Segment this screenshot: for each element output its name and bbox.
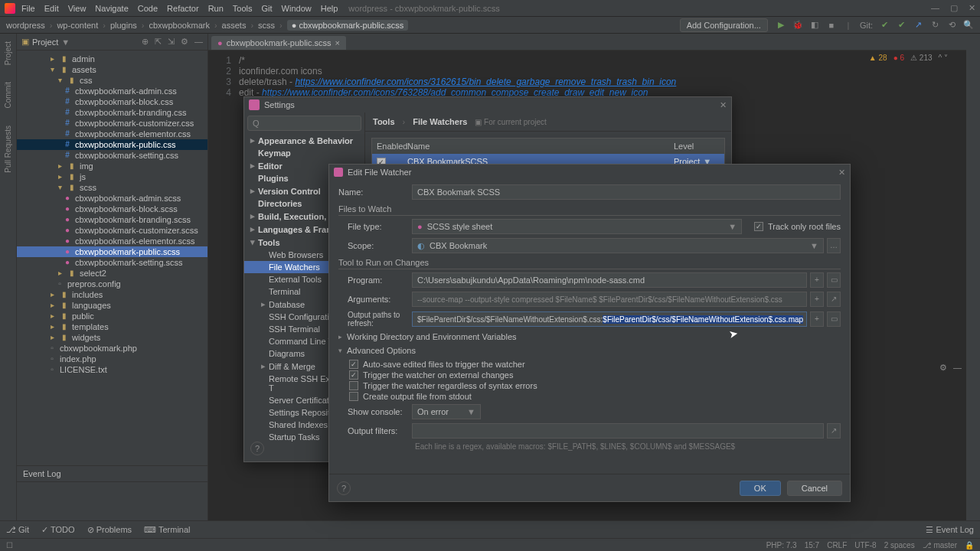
track-root-checkbox[interactable]: Track only root files (754, 222, 841, 231)
minimize-icon[interactable]: — (931, 3, 939, 13)
insert-macro-icon[interactable]: + (810, 311, 824, 327)
git-update-icon[interactable]: ↗ (913, 20, 923, 30)
debug-icon[interactable]: 🐞 (792, 20, 803, 30)
output-paths-input[interactable]: $FileParentDir$/css/$FileNameWithoutExte… (412, 311, 807, 327)
tree-folder[interactable]: ▸▮img (17, 161, 207, 171)
commit-tool-tab[interactable]: Commit (4, 79, 12, 111)
collapse-icon[interactable]: ⇲ (168, 37, 175, 47)
problems-tab[interactable]: ⊘ Problems (87, 525, 132, 535)
gear-icon[interactable]: ⚙ (939, 363, 947, 373)
add-configuration-button[interactable]: Add Configuration... (680, 18, 768, 32)
tree-file[interactable]: ▫prepros.config (17, 279, 207, 289)
menu-help[interactable]: Help (321, 4, 338, 13)
pull-requests-tab[interactable]: Pull Requests (4, 122, 12, 176)
menu-navigate[interactable]: Navigate (95, 4, 128, 13)
stdout-checkbox[interactable]: Create output file from stdout (349, 392, 841, 401)
output-filters-input[interactable] (412, 423, 824, 439)
tree-file[interactable]: ▫cbxwpbookmark.php (17, 343, 207, 354)
arguments-input[interactable]: --source-map --output-style compressed $… (412, 292, 807, 307)
tree-file[interactable]: #cbxwpbookmark-elementor.css (17, 129, 207, 139)
expand-icon[interactable]: ⇱ (155, 37, 162, 47)
program-input[interactable]: C:\Users\sabujkundu\AppData\Roaming\npm\… (412, 272, 807, 288)
git-push-icon[interactable]: ✔ (896, 20, 906, 30)
tree-folder[interactable]: ▸▮select2 (17, 268, 207, 279)
breadcrumb-seg[interactable]: wp-content (57, 21, 98, 30)
lock-icon[interactable]: 🔒 (965, 541, 974, 549)
expand-icon[interactable]: ↗ (827, 292, 841, 307)
show-console-select[interactable]: On error▼ (412, 404, 481, 419)
expand-icon[interactable]: ↗ (827, 423, 841, 439)
coverage-icon[interactable]: ◧ (809, 20, 820, 30)
project-tool-tab[interactable]: Project (4, 38, 12, 68)
menu-run[interactable]: Run (208, 4, 224, 13)
breadcrumb-seg[interactable]: cbxwpbookmark (149, 21, 209, 30)
php-version[interactable]: PHP: 7.3 (766, 541, 797, 549)
tree-folder[interactable]: ▾▮assets (17, 64, 207, 75)
efw-close-icon[interactable]: ✕ (838, 168, 845, 178)
menu-view[interactable]: View (68, 4, 87, 13)
git-history-icon[interactable]: ↻ (929, 20, 940, 30)
tree-file[interactable]: ●cbxwpbookmark-block.scss (17, 204, 207, 214)
syntax-errors-checkbox[interactable]: Trigger the watcher regardless of syntax… (349, 381, 841, 390)
git-tab[interactable]: ⎇ Git (6, 525, 29, 535)
cancel-button[interactable]: Cancel (787, 481, 842, 496)
terminal-tab[interactable]: ⌨ Terminal (144, 525, 190, 535)
todo-tab[interactable]: ✓ TODO (41, 525, 74, 535)
name-input[interactable]: CBX Bookmark SCSS (412, 184, 841, 200)
working-dir-section[interactable]: ▸Working Directory and Environment Varia… (338, 332, 841, 341)
settings-close-icon[interactable]: ✕ (720, 100, 727, 110)
menu-edit[interactable]: Edit (44, 4, 59, 13)
tree-file[interactable]: #cbxwpbookmark-customizer.css (17, 118, 207, 129)
tree-file[interactable]: #cbxwpbookmark-public.css (17, 139, 207, 150)
run-icon[interactable]: ▶ (776, 20, 786, 30)
inspection-summary[interactable]: ▲ 28 ● 6 ⚠ 213 ^ ˅ (869, 54, 948, 62)
tree-file[interactable]: #cbxwpbookmark-block.css (17, 96, 207, 107)
browse-icon[interactable]: ▭ (827, 272, 841, 288)
help-icon[interactable]: ? (337, 481, 351, 495)
tree-folder[interactable]: ▾▮css (17, 75, 207, 86)
tree-file[interactable]: ●cbxwpbookmark-admin.scss (17, 193, 207, 204)
tree-folder[interactable]: ▸▮widgets (17, 332, 207, 343)
scope-select[interactable]: ◐ CBX Bookmark▼ (412, 238, 824, 253)
menu-file[interactable]: File (21, 4, 35, 13)
tree-file[interactable]: ●cbxwpbookmark-customizer.scss (17, 225, 207, 236)
menu-git[interactable]: Git (262, 4, 273, 13)
settings-search-input[interactable]: Q (247, 116, 361, 131)
settings-crumb-tools[interactable]: Tools (373, 117, 395, 126)
event-log-tab[interactable]: ☰ Event Log (926, 525, 974, 535)
search-icon[interactable]: 🔍 (963, 20, 974, 30)
advanced-options-section[interactable]: ▾Advanced Options (338, 346, 841, 355)
tree-file[interactable]: ●cbxwpbookmark-public.scss (17, 246, 207, 257)
code-editor[interactable]: ▲ 28 ● 6 ⚠ 213 ^ ˅ 1/* 2iconfinder.com i… (208, 51, 966, 103)
help-icon[interactable]: ? (250, 442, 264, 455)
indent[interactable]: 2 spaces (884, 541, 915, 549)
caret-position[interactable]: 15:7 (805, 541, 819, 549)
breadcrumb-seg[interactable]: scss (258, 21, 275, 30)
close-icon[interactable]: ✕ (969, 3, 975, 13)
browse-icon[interactable]: ▭ (827, 311, 841, 327)
tree-folder[interactable]: ▸▮templates (17, 321, 207, 332)
settings-item[interactable]: ▸Appearance & Behavior (244, 134, 364, 147)
git-rollback-icon[interactable]: ⟲ (946, 20, 957, 30)
tab-close-icon[interactable]: × (335, 38, 340, 47)
insert-macro-icon[interactable]: + (810, 292, 824, 307)
tree-file[interactable]: ▫LICENSE.txt (17, 364, 207, 375)
stop-icon[interactable]: ■ (826, 21, 837, 30)
maximize-icon[interactable]: ▢ (950, 3, 958, 13)
tree-file[interactable]: ▫index.php (17, 354, 207, 364)
tree-file[interactable]: #cbxwpbookmark-setting.css (17, 150, 207, 161)
tree-folder[interactable]: ▸▮js (17, 171, 207, 182)
tree-file[interactable]: #cbxwpbookmark-admin.css (17, 86, 207, 96)
breadcrumb-seg[interactable]: assets (222, 21, 247, 30)
breadcrumb-file[interactable]: ● cbxwpbookmark-public.scss (287, 20, 409, 31)
breadcrumb-seg[interactable]: plugins (110, 21, 137, 30)
tree-folder[interactable]: ▸▮languages (17, 300, 207, 311)
encoding[interactable]: UTF-8 (854, 541, 876, 549)
target-icon[interactable]: ⊕ (142, 37, 149, 47)
breadcrumb-seg[interactable]: wordpress (6, 21, 45, 30)
project-tree[interactable]: ▸▮admin▾▮assets▾▮css#cbxwpbookmark-admin… (17, 51, 207, 465)
tree-folder[interactable]: ▸▮admin (17, 54, 207, 64)
line-sep[interactable]: CRLF (827, 541, 847, 549)
hide-icon[interactable]: — (953, 363, 962, 373)
ok-button[interactable]: OK (740, 481, 781, 496)
